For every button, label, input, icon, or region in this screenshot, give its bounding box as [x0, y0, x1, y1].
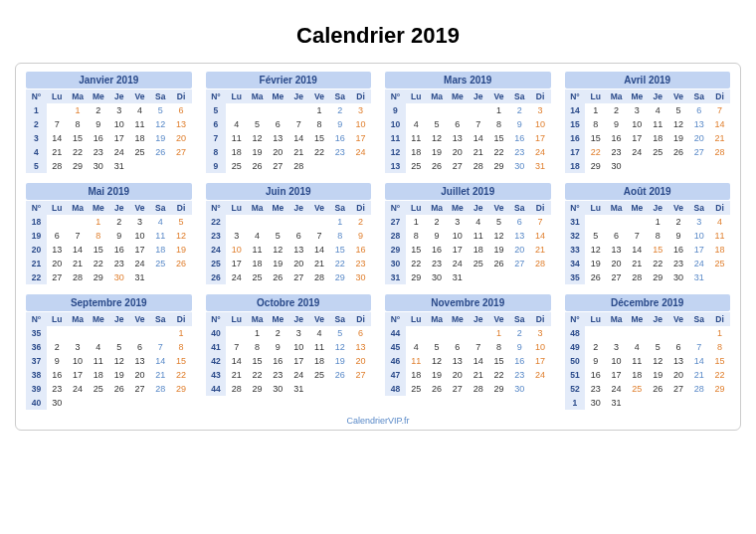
month-block: Juillet 2019N°LuMaMeJeVeSaDi271234567288… [385, 183, 551, 284]
month-table: N°LuMaMeJeVeSaDi311234325678910113312131… [565, 201, 731, 284]
day-cell: 18 [648, 131, 668, 145]
day-cell: 7 [688, 340, 709, 354]
day-cell: 6 [688, 103, 709, 117]
day-cell [606, 215, 627, 229]
month-table: N°LuMaMeJeVeSaDi141234567158910111213141… [565, 89, 731, 173]
day-cell: 4 [709, 215, 730, 229]
day-cell: 2 [668, 215, 689, 229]
month-block: Août 2019N°LuMaMeJeVeSaDi311234325678910… [565, 183, 731, 284]
day-cell: 1 [709, 326, 730, 340]
day-cell: 28 [309, 270, 330, 284]
week-number: 48 [385, 382, 406, 396]
day-header: Ma [247, 89, 268, 103]
day-header: Je [468, 312, 488, 326]
day-header: Sa [509, 89, 530, 103]
day-cell: 8 [88, 229, 108, 243]
day-cell: 12 [427, 354, 448, 368]
day-cell: 20 [606, 257, 627, 270]
day-cell: 30 [668, 270, 689, 284]
week-number: 1 [565, 396, 586, 410]
day-cell: 30 [606, 159, 627, 173]
day-cell: 24 [530, 368, 551, 382]
day-cell: 6 [509, 215, 530, 229]
day-cell: 30 [427, 270, 448, 284]
month-block: Décembre 2019N°LuMaMeJeVeSaDi48149234567… [565, 294, 731, 410]
month-title: Novembre 2019 [385, 294, 551, 311]
day-cell: 24 [530, 145, 551, 159]
day-header: Ve [309, 201, 330, 215]
day-header: N° [385, 201, 406, 215]
day-cell [68, 215, 89, 229]
day-header: Ve [129, 89, 150, 103]
day-cell: 26 [247, 159, 268, 173]
day-cell: 7 [468, 340, 488, 354]
day-cell: 9 [606, 117, 627, 131]
day-cell: 19 [247, 145, 268, 159]
day-cell [226, 326, 247, 340]
day-cell: 1 [648, 215, 668, 229]
day-cell: 7 [709, 103, 730, 117]
day-cell: 5 [150, 103, 171, 117]
day-cell: 27 [171, 145, 192, 159]
day-cell: 2 [88, 103, 108, 117]
week-number: 24 [206, 243, 227, 257]
day-header: Sa [329, 201, 350, 215]
day-cell: 16 [509, 131, 530, 145]
day-cell: 31 [688, 270, 709, 284]
month-table: N°LuMaMeJeVeSaDi351362345678379101112131… [26, 312, 192, 410]
day-cell [171, 270, 192, 284]
week-number: 12 [385, 145, 406, 159]
day-cell: 5 [585, 229, 606, 243]
day-cell: 26 [668, 145, 689, 159]
day-cell: 5 [247, 117, 268, 131]
day-header: Je [468, 201, 488, 215]
day-cell: 15 [648, 243, 668, 257]
day-header: Di [350, 89, 371, 103]
day-cell: 26 [268, 270, 288, 284]
day-cell: 22 [247, 368, 268, 382]
day-header: N° [206, 201, 227, 215]
week-number: 16 [565, 131, 586, 145]
day-cell [150, 270, 171, 284]
day-cell: 8 [488, 117, 509, 131]
day-cell: 13 [268, 131, 288, 145]
day-cell: 4 [468, 215, 488, 229]
day-header: Me [447, 312, 468, 326]
day-cell: 1 [247, 326, 268, 340]
day-cell: 11 [309, 340, 330, 354]
day-cell: 3 [530, 326, 551, 340]
day-cell: 20 [668, 368, 689, 382]
day-cell: 10 [530, 117, 551, 131]
day-cell: 27 [668, 382, 689, 396]
day-cell: 26 [329, 368, 350, 382]
footer-link[interactable]: CalendrierVIP.fr [26, 416, 730, 426]
day-cell: 20 [47, 257, 68, 270]
day-cell: 15 [488, 131, 509, 145]
day-cell: 7 [226, 340, 247, 354]
day-cell [627, 215, 648, 229]
day-cell: 10 [530, 340, 551, 354]
day-header: Lu [585, 201, 606, 215]
day-cell: 19 [488, 243, 509, 257]
day-cell: 29 [88, 270, 108, 284]
day-cell: 4 [88, 340, 108, 354]
day-cell: 24 [606, 382, 627, 396]
day-cell: 8 [585, 117, 606, 131]
week-number: 18 [26, 215, 47, 229]
day-cell: 2 [509, 103, 530, 117]
week-number: 22 [206, 215, 227, 229]
day-cell: 24 [108, 145, 129, 159]
day-cell: 1 [406, 215, 427, 229]
day-cell: 21 [150, 368, 171, 382]
day-cell: 5 [427, 117, 448, 131]
day-cell: 9 [47, 354, 68, 368]
week-number: 22 [26, 270, 47, 284]
day-header: Sa [150, 89, 171, 103]
day-cell: 27 [288, 270, 309, 284]
day-cell: 27 [47, 270, 68, 284]
day-cell: 27 [268, 159, 288, 173]
week-number: 52 [565, 382, 586, 396]
day-header: Di [709, 201, 730, 215]
day-cell [329, 382, 350, 396]
day-cell: 28 [288, 159, 309, 173]
